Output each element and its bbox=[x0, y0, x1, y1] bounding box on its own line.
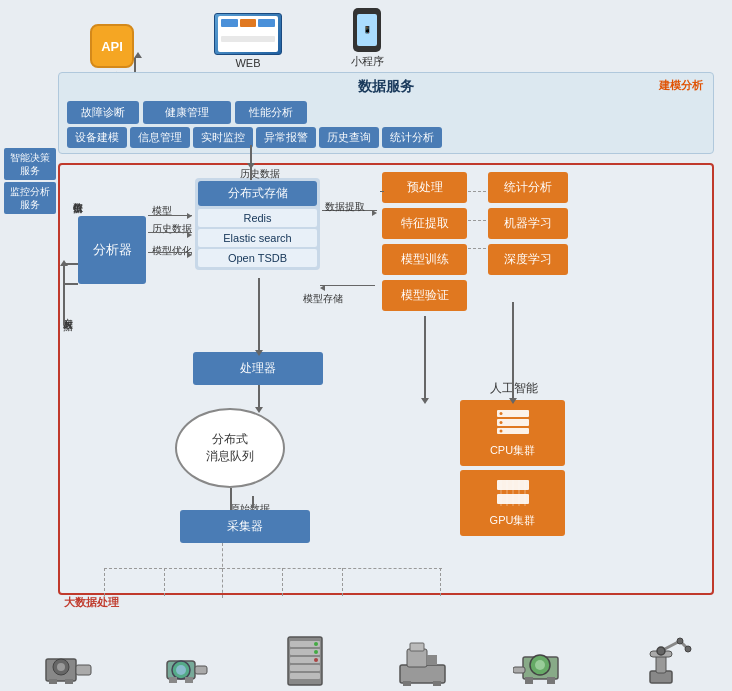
arrow-model bbox=[148, 215, 192, 216]
dist-storage-box: 分布式存储 Redis Elastic search Open TSDB bbox=[195, 178, 320, 270]
data-services-area: 建模分析 数据服务 故障诊断 健康管理 性能分析 设备建模 信息管理 实时监控 … bbox=[58, 72, 714, 154]
svg-rect-37 bbox=[427, 655, 437, 665]
equip-4 bbox=[392, 637, 452, 687]
arrow-orig-data bbox=[252, 496, 254, 508]
mini-label: 小程序 bbox=[351, 54, 384, 69]
service-hist-query: 历史查询 bbox=[319, 127, 379, 148]
svg-point-3 bbox=[499, 412, 502, 415]
equip-5 bbox=[510, 637, 570, 687]
svg-rect-36 bbox=[410, 643, 424, 651]
right-process-group: 预处理 特征提取 模型训练 模型验证 bbox=[382, 172, 467, 311]
arrow-process-cpu bbox=[424, 316, 426, 400]
api-icon: API bbox=[90, 24, 134, 68]
svg-rect-45 bbox=[513, 667, 525, 673]
dashed-line-1 bbox=[468, 191, 486, 192]
dl-box: 深度学习 bbox=[488, 244, 568, 275]
svg-rect-44 bbox=[547, 677, 555, 684]
dashed-line-3 bbox=[468, 248, 486, 249]
ai-boxes-group: 统计分析 机器学习 深度学习 bbox=[488, 172, 568, 275]
service-fault-diag: 故障诊断 bbox=[67, 101, 139, 124]
svg-point-32 bbox=[314, 650, 318, 654]
arrow-ai-cpu bbox=[512, 302, 514, 399]
equip-2 bbox=[157, 639, 217, 687]
equip-1 bbox=[39, 639, 99, 687]
svg-rect-18 bbox=[65, 679, 73, 684]
storage-redis: Redis bbox=[198, 209, 317, 227]
service-alarm: 异常报警 bbox=[256, 127, 316, 148]
svg-rect-35 bbox=[407, 649, 427, 667]
equip-6 bbox=[628, 635, 693, 687]
gpu-cluster-label: GPU集群 bbox=[466, 513, 559, 528]
svg-rect-23 bbox=[169, 677, 177, 683]
web-label: WEB bbox=[235, 57, 260, 69]
svg-point-5 bbox=[499, 430, 502, 433]
monitor-analysis-label: 监控分析服务 bbox=[4, 182, 56, 214]
svg-rect-39 bbox=[433, 681, 441, 686]
preprocess-box: 预处理 bbox=[382, 172, 467, 203]
arrow-ai-cpu-head bbox=[509, 398, 517, 404]
arrow-rt-data-1 bbox=[63, 265, 65, 325]
collect-dash-1 bbox=[222, 543, 224, 598]
architecture-diagram: API API接口 WEB Web页面 📱 小程序 bbox=[0, 0, 732, 691]
h-conn-1 bbox=[380, 191, 384, 192]
arrow-api-up-head bbox=[134, 52, 142, 58]
svg-rect-38 bbox=[403, 681, 411, 686]
ai-label: 人工智能 bbox=[490, 380, 538, 397]
dashed-line-2 bbox=[468, 220, 486, 221]
feature-extract-box: 特征提取 bbox=[382, 208, 467, 239]
service-stat-analysis: 统计分析 bbox=[382, 127, 442, 148]
eq4-dash bbox=[282, 568, 284, 596]
equipment-row bbox=[10, 635, 722, 687]
model-verify-box: 模型验证 bbox=[382, 280, 467, 311]
arrow-queue-collect bbox=[230, 488, 232, 510]
model-store-label: 模型存储 bbox=[303, 292, 343, 306]
collector-box: 采集器 bbox=[180, 510, 310, 543]
phone-icon: 📱 bbox=[353, 8, 381, 52]
svg-rect-43 bbox=[525, 677, 533, 684]
arrow-proc-queue bbox=[258, 385, 260, 407]
eq5-dash bbox=[342, 568, 344, 596]
model-train-box: 模型训练 bbox=[382, 244, 467, 275]
collect-dash-h2 bbox=[104, 568, 222, 570]
svg-rect-34 bbox=[400, 665, 445, 683]
arrow-ds-main-head bbox=[247, 163, 255, 169]
svg-point-33 bbox=[314, 658, 318, 662]
svg-point-42 bbox=[535, 660, 545, 670]
svg-point-52 bbox=[677, 638, 683, 644]
h-connector-rt2 bbox=[63, 283, 78, 285]
arrow-proc-queue-head bbox=[255, 407, 263, 413]
svg-point-31 bbox=[314, 642, 318, 646]
storage-elastic: Elastic search bbox=[198, 229, 317, 247]
svg-rect-29 bbox=[290, 665, 320, 671]
dist-queue-box: 分布式 消息队列 bbox=[175, 408, 285, 488]
svg-rect-17 bbox=[49, 679, 57, 684]
service-info-mgmt: 信息管理 bbox=[130, 127, 190, 148]
historical-data-label: 历史数据 bbox=[240, 167, 280, 181]
ml-box: 机器学习 bbox=[488, 208, 568, 239]
svg-point-21 bbox=[176, 665, 186, 675]
analyzer-box: 分析器 bbox=[78, 216, 146, 284]
bigdata-label: 大数据处理 bbox=[64, 595, 119, 610]
service-perf-analysis: 性能分析 bbox=[235, 101, 307, 124]
intelligent-decision-label: 智能决策服务 bbox=[4, 148, 56, 180]
svg-rect-22 bbox=[195, 666, 207, 674]
gpu-cluster-box: GPU集群 bbox=[460, 470, 565, 536]
cpu-cluster-box: CPU集群 bbox=[460, 400, 565, 466]
stat-analysis-box: 统计分析 bbox=[488, 172, 568, 203]
web-screenshot-icon bbox=[214, 13, 282, 55]
data-services-title: 数据服务 bbox=[67, 78, 705, 96]
svg-point-16 bbox=[57, 663, 65, 671]
eq6-dash bbox=[440, 568, 442, 596]
svg-point-53 bbox=[685, 646, 691, 652]
left-sidebar: 智能决策服务 监控分析服务 bbox=[4, 148, 56, 214]
jianmo-label: 建模分析 bbox=[659, 78, 703, 93]
model-opt-label: 模型优化 bbox=[152, 244, 192, 258]
svg-point-51 bbox=[657, 647, 665, 655]
arrow-process-cpu-head bbox=[421, 398, 429, 404]
service-device-model: 设备建模 bbox=[67, 127, 127, 148]
service-realtime-monitor: 实时监控 bbox=[193, 127, 253, 148]
svg-rect-47 bbox=[656, 655, 666, 673]
arrow-storage-processor bbox=[258, 278, 260, 350]
eq2-dash bbox=[164, 568, 166, 596]
equip-3 bbox=[275, 635, 335, 687]
